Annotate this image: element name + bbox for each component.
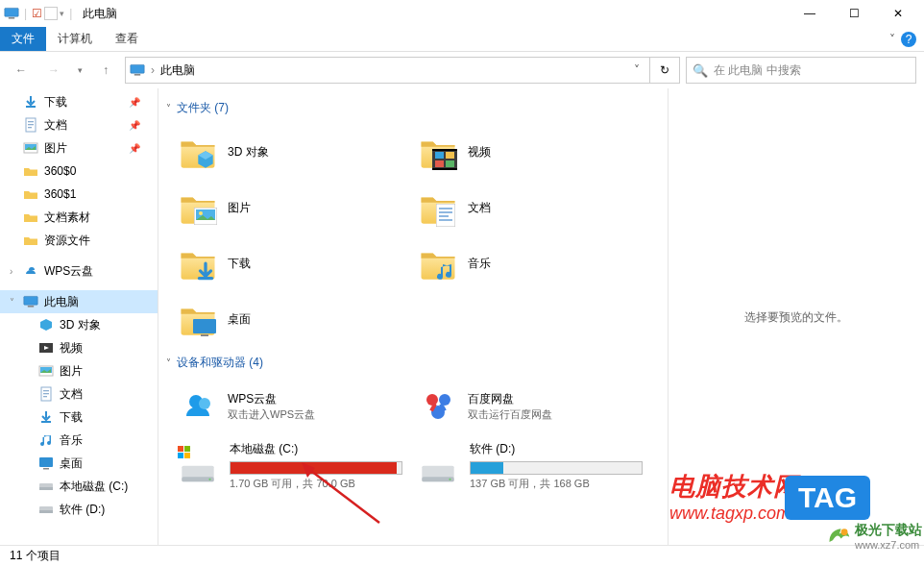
sidebar-item-label: WPS云盘	[44, 263, 93, 280]
folder-icon	[176, 241, 220, 285]
folder-icon	[176, 130, 220, 174]
sidebar-item-label: 音乐	[60, 432, 83, 449]
svg-rect-38	[439, 215, 449, 217]
tab-view[interactable]: 查看	[104, 27, 150, 51]
device-app-百度网盘[interactable]: 百度网盘双击运行百度网盘	[402, 379, 643, 434]
svg-rect-22	[39, 487, 53, 490]
sidebar-item-360$1[interactable]: 360$1	[0, 183, 158, 206]
sidebar-item-视频[interactable]: 视频	[0, 336, 158, 359]
address-bar[interactable]: › 此电脑 ˅	[125, 57, 650, 84]
refresh-button[interactable]: ↻	[649, 57, 680, 84]
sidebar-item-桌面[interactable]: 桌面	[0, 452, 158, 475]
minimize-button[interactable]: —	[788, 0, 832, 27]
svg-rect-19	[39, 457, 53, 467]
folder-label: 视频	[468, 144, 491, 160]
drive-本地磁盘 (C:)[interactable]: 本地磁盘 (C:)1.70 GB 可用，共 70.0 GB	[162, 434, 402, 498]
maximize-button[interactable]: ☐	[832, 0, 876, 27]
folder-label: 音乐	[468, 256, 491, 272]
sidebar-item-label: 下载	[44, 94, 67, 111]
drive-软件 (D:)[interactable]: 软件 (D:)137 GB 可用，共 168 GB	[402, 434, 643, 498]
sidebar-item-label: 此电脑	[44, 294, 79, 310]
status-bar: 11 个项目	[0, 545, 924, 566]
app-label: 百度网盘	[468, 391, 552, 407]
chevron-down-icon: ˅	[166, 103, 171, 113]
drive-label: 本地磁盘 (C:)	[230, 441, 402, 457]
svg-rect-8	[28, 127, 32, 128]
close-button[interactable]: ✕	[876, 0, 920, 27]
folder-item-图片[interactable]: 图片	[162, 180, 402, 235]
sidebar-item-资源文件[interactable]: 资源文件	[0, 229, 158, 252]
sidebar-item-360$0[interactable]: 360$0	[0, 160, 158, 183]
folder-item-视频[interactable]: 视频	[402, 124, 643, 180]
pc-icon	[130, 62, 145, 78]
svg-point-44	[426, 394, 438, 406]
help-icon[interactable]: ?	[901, 32, 916, 47]
sidebar-item-图片[interactable]: 图片📌	[0, 136, 158, 160]
qat-check-icon[interactable]: ☑	[32, 7, 42, 20]
ribbon-chevron-icon[interactable]: ˅	[889, 33, 895, 46]
svg-rect-28	[435, 160, 444, 167]
sidebar-item-图片[interactable]: 图片	[0, 359, 158, 382]
svg-rect-20	[43, 468, 49, 470]
forward-button[interactable]: →	[40, 57, 67, 84]
search-placeholder: 在 此电脑 中搜索	[714, 62, 801, 79]
device-app-WPS云盘[interactable]: WPS云盘双击进入WPS云盘	[162, 379, 402, 434]
svg-rect-24	[39, 510, 53, 513]
group-folders-header[interactable]: ˅ 文件夹 (7)	[162, 96, 664, 124]
sidebar-item-本地磁盘 (C:)[interactable]: 本地磁盘 (C:)	[0, 475, 158, 498]
folder-item-下载[interactable]: 下载	[162, 235, 402, 291]
drive-label: 软件 (D:)	[470, 441, 643, 457]
sidebar-item-下载[interactable]: 下载	[0, 406, 158, 429]
app-sub: 双击进入WPS云盘	[228, 407, 315, 422]
app-label: WPS云盘	[228, 391, 315, 407]
folder-icon	[416, 185, 460, 230]
hdd-icon	[176, 444, 220, 488]
svg-rect-49	[178, 446, 183, 452]
sidebar-item-此电脑[interactable]: ˅此电脑	[0, 290, 158, 313]
folder-label: 3D 对象	[228, 144, 269, 160]
address-dropdown-icon[interactable]: ˅	[628, 63, 645, 77]
svg-rect-31	[432, 168, 457, 170]
hdd-icon	[416, 444, 460, 488]
sidebar-item-文档素材[interactable]: 文档素材	[0, 206, 158, 229]
svg-rect-30	[432, 149, 457, 151]
back-button[interactable]: ←	[8, 57, 35, 84]
svg-rect-37	[439, 211, 452, 213]
folder-item-3D 对象[interactable]: 3D 对象	[162, 124, 402, 180]
sidebar-item-label: 桌面	[60, 455, 83, 472]
qat-item-icon[interactable]	[44, 7, 58, 20]
sidebar-item-label: 图片	[44, 140, 67, 157]
sidebar-item-3D 对象[interactable]: 3D 对象	[0, 313, 158, 336]
folder-item-文档[interactable]: 文档	[402, 180, 643, 235]
svg-rect-41	[201, 334, 208, 336]
sidebar-item-WPS云盘[interactable]: ›WPS云盘	[0, 259, 158, 283]
qat-dropdown-icon[interactable]: ▾	[60, 9, 64, 18]
app-icon	[176, 384, 220, 429]
sidebar-item-文档[interactable]: 文档📌	[0, 113, 158, 136]
pin-icon: 📌	[129, 120, 140, 131]
sidebar-item-label: 软件 (D:)	[60, 502, 105, 518]
file-tab[interactable]: 文件	[0, 27, 46, 51]
drive-usage-bar	[230, 461, 402, 475]
folder-item-桌面[interactable]: 桌面	[162, 291, 402, 347]
sidebar-item-软件 (D:)[interactable]: 软件 (D:)	[0, 498, 158, 521]
up-button[interactable]: ↑	[92, 57, 119, 84]
sidebar-item-文档[interactable]: 文档	[0, 382, 158, 406]
nav-tree: 下载📌文档📌图片📌360$0360$1文档素材资源文件›WPS云盘˅此电脑3D …	[0, 88, 158, 546]
svg-rect-26	[435, 152, 444, 159]
folder-icon	[176, 185, 220, 230]
svg-rect-29	[446, 160, 454, 167]
folder-label: 文档	[468, 200, 491, 216]
search-input[interactable]: 🔍 在 此电脑 中搜索	[686, 57, 916, 84]
sidebar-item-下载[interactable]: 下载📌	[0, 90, 158, 113]
folder-label: 下载	[228, 256, 251, 272]
tab-computer[interactable]: 计算机	[46, 27, 104, 51]
folder-icon	[176, 297, 220, 341]
svg-rect-39	[439, 219, 452, 221]
breadcrumb[interactable]: 此电脑	[160, 62, 195, 79]
recent-dropdown-icon[interactable]: ▾	[73, 57, 86, 84]
sidebar-item-label: 下载	[60, 409, 83, 426]
sidebar-item-音乐[interactable]: 音乐	[0, 429, 158, 452]
group-devices-header[interactable]: ˅ 设备和驱动器 (4)	[162, 351, 664, 379]
folder-item-音乐[interactable]: 音乐	[402, 235, 643, 291]
